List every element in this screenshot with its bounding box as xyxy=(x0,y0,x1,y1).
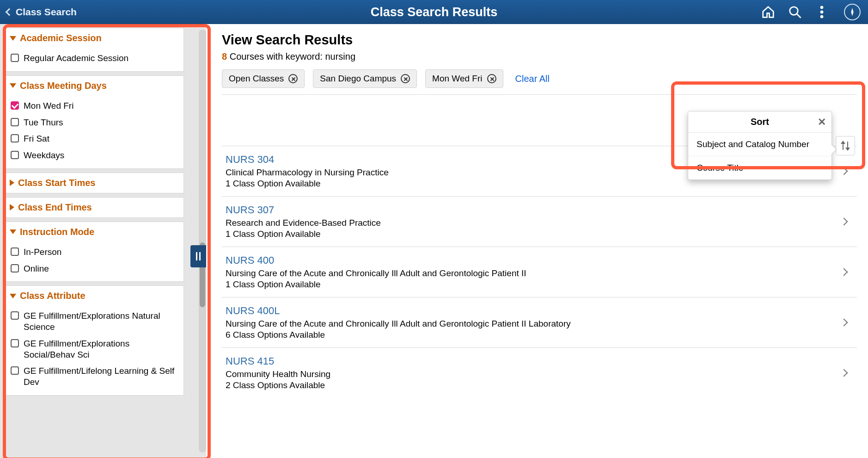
collapse-handle[interactable] xyxy=(190,245,206,267)
page-title: Class Search Results xyxy=(371,5,498,19)
filter-option[interactable]: Mon Wed Fri xyxy=(10,98,178,114)
home-icon[interactable] xyxy=(761,5,776,19)
filter-option[interactable]: In-Person xyxy=(10,244,178,260)
close-icon xyxy=(288,74,298,83)
chevron-right-icon xyxy=(840,319,848,327)
checkbox-icon xyxy=(11,54,19,62)
filter-group-meeting-days: Class Meeting Days Mon Wed Fri Tue Thurs… xyxy=(4,75,184,169)
course-code: NURS 415 xyxy=(226,355,834,367)
chevron-down-icon xyxy=(10,229,16,234)
svg-line-1 xyxy=(797,14,801,18)
filter-option-label: Mon Wed Fri xyxy=(24,100,73,111)
filter-group-start-times: Class Start Times xyxy=(4,173,184,193)
chevron-right-icon xyxy=(840,167,848,175)
filter-option[interactable]: Online xyxy=(10,260,178,277)
course-title: Nursing Care of the Acute and Chronicall… xyxy=(226,319,834,329)
sort-option[interactable]: Subject and Catalog Number xyxy=(688,133,831,156)
result-row[interactable]: NURS 307 Research and Evidence-Based Pra… xyxy=(222,196,857,247)
results-list: NURS 304 Clinical Pharmacology in Nursin… xyxy=(222,146,857,398)
svg-point-0 xyxy=(790,7,798,15)
sidebar-splitter[interactable] xyxy=(188,24,206,458)
svg-point-4 xyxy=(820,15,823,18)
filter-option-label: GE Fulfillment/Explorations Social/Behav… xyxy=(24,338,177,360)
course-title: Community Health Nursing xyxy=(226,369,834,379)
filter-option-label: In-Person xyxy=(24,247,61,258)
svg-marker-5 xyxy=(851,9,854,16)
filter-option-label: GE Fulfillment/Explorations Natural Scie… xyxy=(24,310,177,333)
results-count: 8 xyxy=(222,51,227,62)
filter-group-end-times: Class End Times xyxy=(4,197,184,218)
filter-chip[interactable]: Open Classes xyxy=(222,69,305,88)
filter-title: Class Meeting Days xyxy=(20,80,107,91)
results-summary-text: Courses with keyword: nursing xyxy=(227,51,355,62)
filter-option-label: Online xyxy=(24,263,49,274)
filter-option[interactable]: Weekdays xyxy=(10,147,178,164)
chevron-right-icon xyxy=(840,369,848,377)
course-title: Research and Evidence-Based Practice xyxy=(226,218,834,228)
filter-toggle-class-attribute[interactable]: Class Attribute xyxy=(4,286,183,306)
main-content: View Search Results 8 Courses with keywo… xyxy=(206,24,868,458)
filter-title: Class Attribute xyxy=(20,291,86,301)
checkbox-icon xyxy=(11,264,19,272)
course-code: NURS 400 xyxy=(226,254,834,266)
results-summary: 8 Courses with keyword: nursing xyxy=(222,51,857,62)
close-icon xyxy=(401,74,410,83)
course-options-count: 1 Class Option Available xyxy=(226,179,834,189)
checkbox-icon xyxy=(11,151,19,159)
filter-sidebar: Academic Session Regular Academic Sessio… xyxy=(0,24,188,458)
checkbox-icon xyxy=(11,248,19,256)
filter-toggle-start-times[interactable]: Class Start Times xyxy=(4,173,183,193)
filter-group-academic-session: Academic Session Regular Academic Sessio… xyxy=(4,28,184,72)
chip-label: San Diego Campus xyxy=(320,74,396,84)
sort-icon xyxy=(841,142,850,150)
filter-option[interactable]: Regular Academic Session xyxy=(10,50,178,67)
close-icon[interactable]: ✕ xyxy=(818,116,826,128)
scrollbar[interactable] xyxy=(199,30,206,452)
checkbox-icon xyxy=(11,134,19,142)
filter-chip[interactable]: Mon Wed Fri xyxy=(425,69,503,88)
filter-option[interactable]: Fri Sat xyxy=(10,130,178,147)
filter-option[interactable]: GE Fulfillment/Explorations Social/Behav… xyxy=(10,335,178,363)
checkbox-icon xyxy=(11,366,19,375)
more-icon[interactable] xyxy=(814,5,829,19)
back-button[interactable]: Class Search xyxy=(0,0,83,24)
compass-icon[interactable] xyxy=(844,4,861,20)
result-row[interactable]: NURS 415 Community Health Nursing 2 Clas… xyxy=(222,347,857,398)
checkbox-icon xyxy=(11,311,19,320)
chevron-right-icon xyxy=(10,204,14,210)
filter-group-instruction-mode: Instruction Mode In-Person Online xyxy=(4,222,184,282)
sort-button[interactable] xyxy=(836,136,855,155)
chip-label: Mon Wed Fri xyxy=(432,74,482,84)
sort-option[interactable]: Course Title xyxy=(688,156,831,179)
filter-chip[interactable]: San Diego Campus xyxy=(313,69,417,88)
filter-title: Class End Times xyxy=(18,202,92,213)
result-row[interactable]: NURS 400 Nursing Care of the Acute and C… xyxy=(222,247,857,297)
filter-option[interactable]: GE Fulfillment/Explorations Natural Scie… xyxy=(10,308,178,335)
filter-toggle-meeting-days[interactable]: Class Meeting Days xyxy=(4,76,183,96)
sort-title: Sort xyxy=(751,117,769,127)
checkbox-icon xyxy=(11,118,19,126)
clear-all-link[interactable]: Clear All xyxy=(515,74,550,84)
filter-option-label: Regular Academic Session xyxy=(24,53,128,64)
filter-toggle-instruction-mode[interactable]: Instruction Mode xyxy=(4,222,183,242)
course-options-count: 2 Class Options Available xyxy=(226,380,834,390)
filter-option-label: Fri Sat xyxy=(24,133,49,144)
header-actions xyxy=(761,4,868,20)
filter-option[interactable]: Tue Thurs xyxy=(10,114,178,131)
course-options-count: 1 Class Option Available xyxy=(226,279,834,290)
results-heading: View Search Results xyxy=(222,32,857,48)
filter-toggle-end-times[interactable]: Class End Times xyxy=(4,198,183,217)
filter-option-label: Tue Thurs xyxy=(24,117,63,128)
filter-toggle-academic-session[interactable]: Academic Session xyxy=(4,28,183,48)
result-row[interactable]: NURS 400L Nursing Care of the Acute and … xyxy=(222,297,857,347)
course-options-count: 1 Class Option Available xyxy=(226,229,834,239)
filter-option[interactable]: GE Fulfillment/Lifelong Learning & Self … xyxy=(10,363,178,390)
filter-group-class-attribute: Class Attribute GE Fulfillment/Explorati… xyxy=(4,285,184,396)
chevron-down-icon xyxy=(10,83,16,88)
filter-title: Class Start Times xyxy=(18,178,96,188)
search-icon[interactable] xyxy=(788,5,802,19)
filter-option-label: Weekdays xyxy=(24,150,64,161)
checkbox-icon xyxy=(11,339,19,347)
svg-point-2 xyxy=(820,6,823,9)
chevron-down-icon xyxy=(10,36,16,41)
